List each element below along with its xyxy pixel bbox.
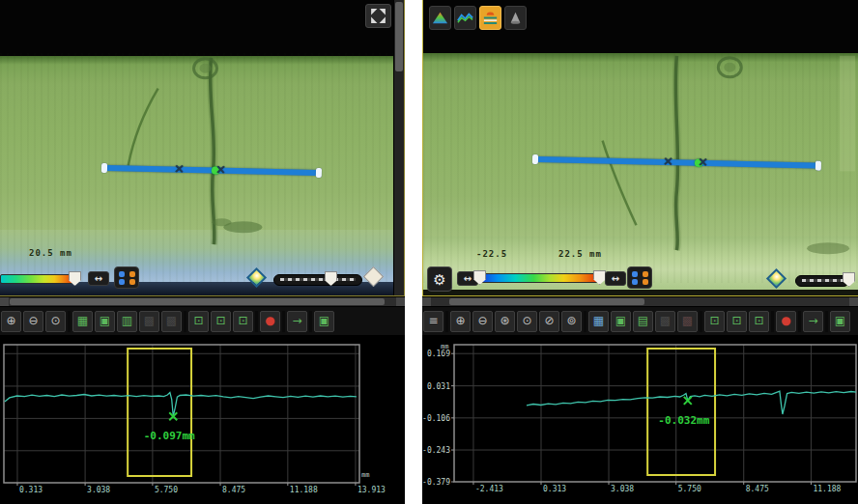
svg-text:13.913: 13.913 — [358, 486, 386, 494]
svg-text:-0.106: -0.106 — [422, 414, 450, 423]
layers-view-button[interactable] — [479, 6, 501, 30]
svg-text:8.475: 8.475 — [746, 485, 769, 493]
svg-text:-2.413: -2.413 — [475, 485, 503, 493]
open-result-icon[interactable]: ▣ — [314, 311, 334, 332]
zoom-sel-icon[interactable]: ⊙ — [517, 311, 537, 332]
image-pair-icon[interactable]: ▥ — [117, 311, 137, 332]
scale-min-label: -22.5 — [476, 249, 507, 259]
toolbar-separator — [584, 311, 586, 332]
svg-text:-0.379: -0.379 — [422, 478, 450, 487]
palette-dot — [632, 271, 638, 277]
line-handle-icon[interactable]: × — [698, 154, 708, 169]
zoom-region-icon-2[interactable]: ⊡ — [727, 311, 747, 332]
image-view-icon[interactable]: ▣ — [611, 311, 631, 332]
line-handle-icon[interactable]: × — [174, 161, 185, 176]
toolbar-separator — [798, 311, 801, 332]
zoom-out-icon[interactable]: ⊖ — [472, 311, 493, 332]
profile-view-button[interactable] — [454, 6, 476, 30]
profile-tool-icon[interactable]: ≡ — [423, 311, 443, 332]
toolbar-separator — [445, 311, 448, 332]
horizontal-scrollbar-thumb[interactable] — [449, 298, 644, 305]
svg-text:0.169: 0.169 — [427, 350, 450, 358]
settings-gear-button[interactable]: ⚙ — [427, 266, 452, 292]
zoom-region-icon-3[interactable]: ⊡ — [233, 311, 253, 332]
color-scale-slider[interactable] — [0, 274, 76, 284]
palette-dot — [129, 271, 135, 277]
palette-toggle-button[interactable] — [114, 266, 139, 289]
zoom-region-icon-1[interactable]: ⊡ — [188, 311, 209, 332]
shape-view-button[interactable] — [504, 6, 527, 30]
capture-region-icon[interactable]: ▦ — [588, 311, 609, 332]
palette-dot — [129, 279, 135, 285]
position-slider-handle[interactable] — [325, 271, 337, 286]
expand-view-button[interactable] — [365, 4, 391, 28]
record-icon[interactable]: ● — [776, 311, 796, 332]
svg-text:3.038: 3.038 — [611, 485, 634, 493]
palette-dot — [119, 271, 125, 277]
palette-dot — [643, 271, 648, 277]
position-slider[interactable] — [273, 274, 362, 286]
toolbar-separator — [700, 311, 702, 332]
scroll-right-button[interactable] — [849, 297, 858, 306]
line-endpoint[interactable] — [101, 163, 107, 173]
left-profile-chart[interactable]: -0.097mm0.3133.0385.7508.47511.18813.913… — [0, 340, 405, 504]
line-handle-icon[interactable]: × — [215, 162, 226, 177]
height-scale-label: 20.5 mm — [29, 248, 72, 258]
position-slider[interactable] — [795, 275, 849, 287]
range-arrows-button[interactable]: ↔ — [88, 271, 109, 286]
zoom-prev-icon[interactable]: ⊚ — [561, 311, 582, 332]
scroll-left-button[interactable] — [0, 297, 9, 306]
export-icon[interactable]: → — [287, 311, 307, 332]
vertical-scrollbar-thumb[interactable] — [395, 2, 403, 71]
cone-icon — [506, 15, 525, 30]
line-endpoint[interactable] — [815, 161, 821, 171]
vertical-scrollbar[interactable] — [393, 0, 404, 295]
horizontal-scrollbar-thumb[interactable] — [10, 298, 385, 305]
left-viewport[interactable]: × × 20.5 mm ↔ — [0, 0, 405, 296]
toolbar-separator — [771, 311, 774, 332]
horizontal-scrollbar[interactable] — [0, 297, 405, 306]
right-profile-chart[interactable]: -0.032mm-2.4130.3133.0385.7508.47511.188… — [422, 340, 858, 504]
disabled-tool-icon-1: ▩ — [655, 311, 675, 332]
zoom-region-icon-2[interactable]: ⊡ — [211, 311, 231, 332]
workspace: × × 20.5 mm ↔ — [0, 0, 858, 504]
left-image-panel: × × 20.5 mm ↔ — [0, 0, 405, 504]
svg-text:11.188: 11.188 — [290, 486, 318, 494]
svg-text:mm: mm — [441, 343, 448, 350]
scroll-left-button[interactable] — [422, 297, 431, 306]
zoom-pan-icon[interactable]: ⊛ — [495, 311, 515, 332]
palette-toggle-button[interactable] — [627, 266, 652, 289]
folder-icon[interactable]: ▤ — [633, 311, 653, 332]
line-endpoint[interactable] — [532, 154, 538, 164]
horizontal-scrollbar[interactable] — [422, 297, 858, 306]
zoom-in-icon[interactable]: ⊕ — [450, 311, 471, 332]
height-map-view-button[interactable] — [429, 6, 451, 30]
range-arrows-button[interactable]: ↔ — [605, 271, 626, 286]
extra-tool-icon[interactable]: ▣ — [830, 311, 850, 332]
zoom-out-point-icon[interactable]: ⊖ — [23, 311, 43, 332]
scroll-right-button[interactable] — [396, 297, 405, 306]
toolbar-separator — [68, 311, 71, 332]
waveform-icon — [456, 15, 474, 30]
record-icon[interactable]: ● — [260, 311, 280, 332]
line-handle-icon[interactable]: × — [663, 154, 673, 168]
zoom-region-icon-3[interactable]: ⊡ — [749, 311, 769, 332]
capture-region-icon[interactable]: ▦ — [72, 311, 93, 332]
color-scale-slider[interactable] — [478, 273, 601, 283]
right-image-panel: × × ⚙ -22.5 22.5 mm ↔ ↔ — [422, 0, 858, 504]
zoom-prev-icon[interactable]: ⊙ — [45, 311, 66, 332]
export-icon[interactable]: → — [803, 311, 823, 332]
disabled-tool-icon-1: ▩ — [139, 311, 159, 332]
left-toolbar: ⊕⊖⊙▦▣▥▩▩⊡⊡⊡●→▣ — [0, 307, 405, 335]
line-endpoint[interactable] — [316, 168, 322, 178]
zoom-pan-icon[interactable]: ⊕ — [1, 311, 21, 332]
zoom-region-icon-1[interactable]: ⊡ — [704, 311, 725, 332]
profile-plot: -0.032mm-2.4130.3133.0385.7508.47511.188… — [422, 340, 858, 504]
layers-icon — [481, 15, 500, 30]
zoom-out-point-icon[interactable]: ⊘ — [539, 311, 559, 332]
right-viewport[interactable]: × × ⚙ -22.5 22.5 mm ↔ ↔ — [422, 0, 858, 296]
disabled-tool-icon-2: ▩ — [677, 311, 698, 332]
image-view-icon[interactable]: ▣ — [95, 311, 115, 332]
palette-dot — [632, 279, 638, 285]
profile-plot: -0.097mm0.3133.0385.7508.47511.18813.913… — [0, 340, 405, 504]
